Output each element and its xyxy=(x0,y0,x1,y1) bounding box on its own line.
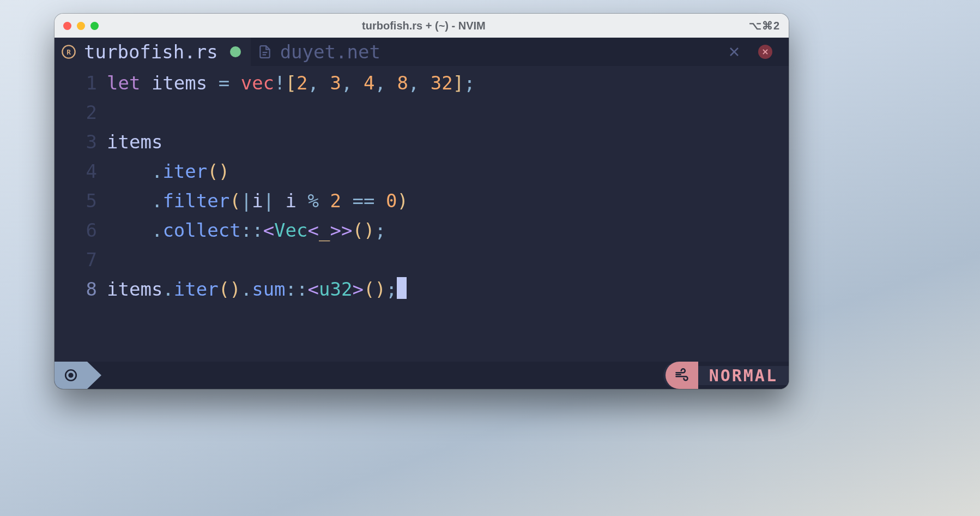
close-window-button[interactable] xyxy=(63,22,71,30)
code-area[interactable]: 1let items = vec![2, 3, 4, 8, 32];23item… xyxy=(55,66,789,304)
line-content[interactable]: .filter(|i| i % 2 == 0) xyxy=(107,186,789,215)
line-number: 6 xyxy=(55,215,107,245)
window-shortcut-indicator: ⌥⌘2 xyxy=(749,19,780,32)
target-icon xyxy=(55,362,87,389)
traffic-lights xyxy=(63,22,99,30)
line-number: 1 xyxy=(55,68,107,98)
terminal-window: turbofish.rs + (~) - NVIM ⌥⌘2 R turbofis… xyxy=(55,14,789,389)
minimize-window-button[interactable] xyxy=(77,22,85,30)
svg-text:R: R xyxy=(66,48,71,56)
status-left xyxy=(55,362,101,389)
line-number: 7 xyxy=(55,245,107,274)
zoom-window-button[interactable] xyxy=(90,22,99,30)
line-content[interactable]: .iter() xyxy=(107,157,789,186)
wind-icon xyxy=(666,362,698,389)
code-line[interactable]: 7 xyxy=(55,245,789,274)
vim-mode: NORMAL xyxy=(698,366,789,385)
window-title: turbofish.rs + (~) - NVIM xyxy=(99,20,749,32)
code-line[interactable]: 3items xyxy=(55,127,789,157)
tab-bar: R turbofish.rs duyet.net xyxy=(55,38,789,66)
modified-dot-icon xyxy=(230,46,241,57)
line-content[interactable]: items xyxy=(107,127,789,157)
code-line[interactable]: 5 .filter(|i| i % 2 == 0) xyxy=(55,186,789,215)
code-line[interactable]: 8items.iter().sum::<u32>(); xyxy=(55,274,789,304)
code-line[interactable]: 1let items = vec![2, 3, 4, 8, 32]; xyxy=(55,68,789,98)
rust-icon: R xyxy=(61,44,76,59)
file-icon xyxy=(257,44,273,59)
close-icon[interactable] xyxy=(728,45,741,58)
line-content[interactable]: .collect::<Vec<_>>(); xyxy=(107,215,789,245)
line-number: 4 xyxy=(55,157,107,186)
line-content[interactable] xyxy=(107,245,789,274)
separator-icon xyxy=(87,362,101,389)
line-number: 8 xyxy=(55,274,107,304)
cursor xyxy=(397,277,407,299)
tab-label: duyet.net xyxy=(280,41,720,63)
terminate-icon[interactable] xyxy=(758,45,772,59)
line-content[interactable]: items.iter().sum::<u32>(); xyxy=(107,274,789,304)
svg-point-9 xyxy=(69,374,73,377)
status-right: NORMAL xyxy=(663,362,789,389)
code-line[interactable]: 4 .iter() xyxy=(55,157,789,186)
status-bar: NORMAL xyxy=(55,362,789,389)
line-content[interactable]: let items = vec![2, 3, 4, 8, 32]; xyxy=(107,68,789,98)
line-number: 5 xyxy=(55,186,107,215)
line-content[interactable] xyxy=(107,98,789,127)
code-line[interactable]: 2 xyxy=(55,98,789,127)
titlebar: turbofish.rs + (~) - NVIM ⌥⌘2 xyxy=(55,14,789,38)
tab-duyet[interactable]: duyet.net xyxy=(251,38,789,66)
code-line[interactable]: 6 .collect::<Vec<_>>(); xyxy=(55,215,789,245)
line-number: 2 xyxy=(55,98,107,127)
editor[interactable]: R turbofish.rs duyet.net xyxy=(55,38,789,389)
tab-turbofish[interactable]: R turbofish.rs xyxy=(55,38,251,66)
tab-label: turbofish.rs xyxy=(84,41,218,63)
line-number: 3 xyxy=(55,127,107,157)
